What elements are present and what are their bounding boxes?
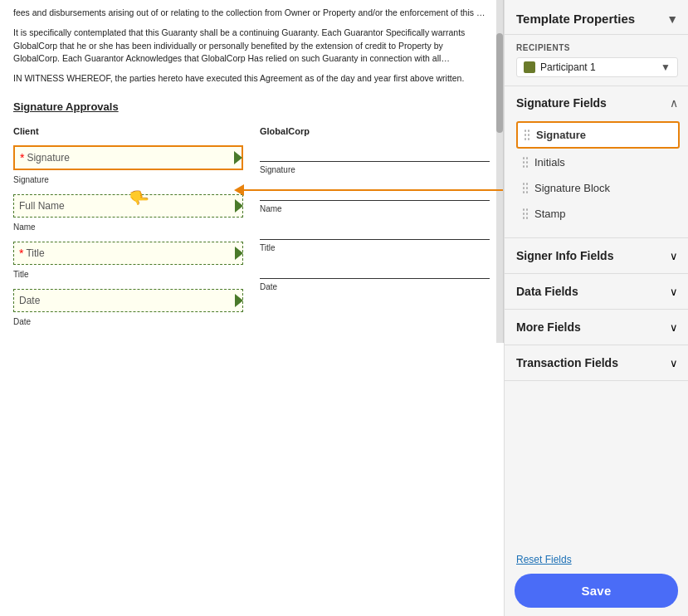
panel-collapse-icon[interactable]: ▼ bbox=[666, 12, 678, 26]
globalcorp-label: GlobalCorp bbox=[260, 125, 490, 139]
sig-label-signature: Signature bbox=[13, 174, 243, 186]
signature-fields-chevron-icon[interactable]: ∧ bbox=[670, 96, 678, 110]
drag-dot bbox=[526, 213, 528, 215]
drag-dot bbox=[528, 134, 529, 136]
signer-info-chevron-icon[interactable]: ∨ bbox=[670, 250, 678, 262]
sig-field-item-stamp[interactable]: Stamp bbox=[516, 202, 680, 226]
sig-item-label-initials: Initials bbox=[534, 156, 565, 169]
gc-sig-label-date: Date bbox=[260, 281, 490, 293]
sig-field-item-initials[interactable]: Initials bbox=[516, 150, 680, 174]
drag-dot bbox=[526, 161, 528, 164]
signer-info-section[interactable]: Signer Info Fields ∨ bbox=[505, 238, 688, 274]
drag-dot bbox=[523, 157, 525, 159]
more-fields-chevron-icon[interactable]: ∨ bbox=[670, 321, 678, 334]
signature-fields-section: Signature Fields ∧ bbox=[505, 86, 688, 238]
signature-fields-header[interactable]: Signature Fields ∧ bbox=[505, 86, 688, 118]
gc-sig-label-title: Title bbox=[260, 242, 490, 254]
sig-item-label-signature: Signature bbox=[536, 129, 586, 141]
drag-dot bbox=[526, 191, 528, 193]
client-column: Client * Signature Signature Full N bbox=[13, 125, 243, 336]
signer-info-title: Signer Info Fields bbox=[516, 249, 613, 262]
sig-field-box-signature[interactable]: * Signature bbox=[13, 145, 243, 170]
sig-item-label-stamp: Stamp bbox=[534, 208, 566, 220]
section-title: Signature Approvals bbox=[13, 99, 490, 115]
recipients-label: RECIPIENTS bbox=[516, 43, 678, 52]
sig-field-item-signature-block[interactable]: Signature Block bbox=[516, 176, 680, 200]
data-fields-title: Data Fields bbox=[516, 285, 578, 298]
fullname-placeholder: Full Name bbox=[19, 198, 65, 213]
participant-chevron-icon[interactable]: ▼ bbox=[661, 61, 671, 73]
bottom-area: Reset Fields Save bbox=[505, 545, 688, 616]
more-fields-title: More Fields bbox=[516, 320, 581, 334]
transaction-fields-title: Transaction Fields bbox=[516, 356, 618, 369]
sig-field-title[interactable]: * Title Title bbox=[13, 242, 243, 281]
title-placeholder: Title bbox=[26, 246, 44, 261]
sig-field-box-fullname[interactable]: Full Name bbox=[13, 194, 243, 218]
chevron-right-title-icon bbox=[235, 247, 243, 260]
gc-sig-underline-signature bbox=[260, 145, 490, 162]
sig-field-item-signature[interactable]: Signature bbox=[516, 121, 680, 149]
drag-dot bbox=[526, 165, 528, 168]
sig-item-label-block: Signature Block bbox=[534, 182, 610, 194]
drag-dot bbox=[526, 157, 528, 159]
drag-dot bbox=[526, 217, 528, 219]
client-label: Client bbox=[13, 125, 243, 139]
gc-sig-underline-date bbox=[260, 262, 490, 279]
drag-dot bbox=[525, 134, 526, 136]
recipients-section: RECIPIENTS Participant 1 ▼ bbox=[505, 35, 688, 86]
body-text-1: fees and disbursements arising out of or… bbox=[13, 7, 486, 20]
sig-field-signature[interactable]: * Signature Signature bbox=[13, 145, 243, 186]
gc-sig-field-title: Title bbox=[260, 223, 490, 254]
transaction-fields-section[interactable]: Transaction Fields ∨ bbox=[505, 345, 688, 381]
sig-field-box-title[interactable]: * Title bbox=[13, 242, 243, 265]
reset-fields-link[interactable]: Reset Fields bbox=[515, 554, 678, 565]
drag-dot bbox=[526, 187, 528, 189]
more-fields-section[interactable]: More Fields ∨ bbox=[505, 310, 688, 345]
save-button[interactable]: Save bbox=[515, 574, 678, 608]
date-placeholder: Date bbox=[19, 293, 40, 308]
chevron-right-icon bbox=[234, 151, 242, 164]
drag-dot bbox=[528, 130, 529, 132]
drag-dot bbox=[525, 130, 526, 132]
drag-dot bbox=[523, 191, 525, 193]
body-text-3: IN WITNESS WHEREOF, the parties hereto h… bbox=[13, 72, 486, 86]
drag-dot bbox=[525, 138, 526, 140]
drag-handle-initials bbox=[523, 157, 528, 168]
panel-header: Template Properties ▼ bbox=[505, 0, 688, 35]
scrollbar-thumb[interactable] bbox=[496, 33, 503, 133]
required-star-title: * bbox=[19, 247, 23, 259]
drag-dot bbox=[528, 138, 529, 140]
drag-dot bbox=[523, 183, 525, 185]
sig-field-date[interactable]: Date Date bbox=[13, 289, 243, 328]
drag-handle-stamp bbox=[523, 208, 528, 219]
gc-sig-label-name: Name bbox=[260, 203, 490, 215]
sig-label-title: Title bbox=[13, 268, 243, 281]
drag-dot bbox=[523, 213, 525, 215]
drag-dot bbox=[526, 208, 528, 211]
drag-dot bbox=[523, 161, 525, 164]
sig-label-date: Date bbox=[13, 315, 243, 328]
sig-placeholder: Signature bbox=[27, 150, 69, 165]
signature-fields-list: Signature bbox=[505, 118, 688, 237]
drag-dot bbox=[523, 217, 525, 219]
data-fields-section[interactable]: Data Fields ∨ bbox=[505, 274, 688, 310]
chevron-right-fullname-icon bbox=[235, 199, 243, 213]
data-fields-chevron-icon[interactable]: ∨ bbox=[670, 286, 678, 298]
transaction-fields-chevron-icon[interactable]: ∨ bbox=[670, 357, 678, 369]
scrollbar[interactable] bbox=[496, 0, 503, 343]
gc-sig-label-signature: Signature bbox=[260, 164, 490, 176]
drag-dot bbox=[523, 187, 525, 189]
globalcorp-column: GlobalCorp Signature Name Title bbox=[260, 125, 490, 336]
sig-field-fullname[interactable]: Full Name Name bbox=[13, 194, 243, 233]
drag-dot bbox=[523, 208, 525, 211]
participant-color-swatch bbox=[524, 61, 535, 73]
participant-row[interactable]: Participant 1 ▼ bbox=[516, 57, 678, 77]
gc-sig-underline-title bbox=[260, 223, 490, 240]
gc-sig-underline-name bbox=[260, 184, 490, 201]
gc-sig-field-signature: Signature bbox=[260, 145, 490, 176]
drag-dot bbox=[526, 183, 528, 185]
drag-handle-signature bbox=[525, 130, 529, 140]
document-area: fees and disbursements arising out of or… bbox=[0, 0, 504, 616]
sig-field-box-date[interactable]: Date bbox=[13, 289, 243, 312]
drag-dot bbox=[523, 165, 525, 168]
